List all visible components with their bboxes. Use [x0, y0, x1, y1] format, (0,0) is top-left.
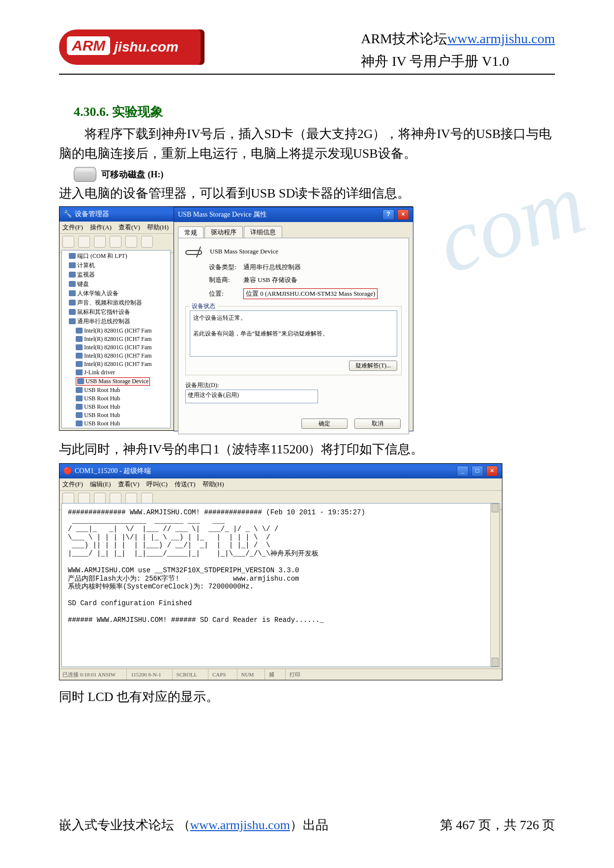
paragraph-1: 将程序下载到神舟IV号后，插入SD卡（最大支持2G），将神舟IV号的USB接口与…: [59, 124, 555, 164]
loc-value: 位置 0 (ARMJISHU.COM-STM32 Mass Storage): [243, 288, 378, 299]
menu-item[interactable]: 传送(T): [175, 480, 196, 488]
tree-node[interactable]: USB Mass Storage Device: [76, 377, 170, 386]
help-button[interactable]: ?: [382, 209, 394, 220]
tab-详细信息[interactable]: 详细信息: [244, 226, 282, 238]
screenshot-device-manager: 🔧 设备管理器 文件(F)操作(A)查看(V)帮助(H) 端口 (COM 和 L…: [59, 206, 413, 431]
status-cell: CAPS: [208, 669, 230, 680]
mfr-label: 制造商:: [209, 276, 243, 284]
tree-node[interactable]: 端口 (COM 和 LPT): [69, 252, 170, 261]
tree-node[interactable]: USB Root Hub: [76, 386, 170, 394]
page-number: 第 467 页，共 726 页: [440, 816, 555, 834]
status-line1: 这个设备运转正常。: [193, 314, 394, 322]
tree-node[interactable]: J-Link driver: [76, 368, 170, 377]
tree-node[interactable]: USB Root Hub: [76, 394, 170, 403]
scrollbar[interactable]: [490, 504, 499, 667]
usage-select[interactable]: 使用这个设备(启用): [185, 390, 318, 403]
term-menubar: 文件(F)编辑(E)查看(V)呼叫(C)传送(T)帮助(H): [59, 478, 502, 491]
removable-disk-label: 可移动磁盘 (H:): [101, 168, 163, 180]
minimize-button[interactable]: _: [457, 466, 468, 476]
menu-item[interactable]: 文件(F): [62, 480, 83, 488]
cancel-button[interactable]: 取消: [354, 419, 401, 429]
tree-node[interactable]: Intel(R) 82801G (ICH7 Fam: [76, 335, 170, 343]
menu-item[interactable]: 帮助(H): [203, 480, 224, 488]
site-logo: ARMjishu.com: [59, 29, 205, 65]
menu-item[interactable]: 查看(V): [118, 224, 140, 231]
header-rule: [59, 74, 555, 75]
paragraph-2: 进入电脑的设备管理器，可以看到USB SD读卡器的详细信息。: [59, 184, 555, 203]
menu-item[interactable]: 查看(V): [118, 480, 140, 488]
props-titlebar: USB Mass Storage Device 属性 ? ×: [174, 207, 413, 222]
type-label: 设备类型:: [209, 263, 243, 272]
tree-node[interactable]: 监视器: [69, 270, 170, 280]
tree-node[interactable]: USB Root Hub: [76, 411, 170, 420]
menu-item[interactable]: 操作(A): [90, 224, 112, 231]
ok-button[interactable]: 确定: [301, 419, 348, 429]
status-cell: 115200 8-N-1: [126, 669, 165, 680]
tab-常规[interactable]: 常规: [178, 226, 204, 238]
toolbar-view-icon[interactable]: [94, 236, 106, 248]
close-button[interactable]: ×: [397, 209, 409, 220]
status-cell: SCROLL: [172, 669, 201, 680]
tree-node[interactable]: 通用串行总线控制器Intel(R) 82801G (ICH7 FamIntel(…: [69, 317, 170, 428]
props-tabs: 常规驱动程序详细信息: [178, 226, 409, 238]
devmgr-title: 设备管理器: [75, 207, 109, 222]
device-tree[interactable]: 端口 (COM 和 LPT)计算机监视器键盘人体学输入设备声音、视频和游戏控制器…: [61, 250, 171, 428]
tree-node[interactable]: 键盘: [69, 280, 170, 289]
toolbar-back-icon[interactable]: [62, 236, 74, 248]
paragraph-3: 与此同时，神舟IV号的串口1（波特率115200）将打印如下信息。: [59, 440, 555, 459]
footer-left-a: 嵌入式专业技术论坛 （: [59, 818, 190, 832]
tree-node[interactable]: Intel(R) 82801G (ICH7 Fam: [76, 360, 170, 368]
doc-subtitle: 神舟 IV 号用户手册 V1.0: [361, 52, 555, 71]
page-header: ARMjishu.com ARM技术论坛www.armjishu.com 神舟 …: [59, 29, 555, 65]
tree-node[interactable]: 计算机: [69, 261, 170, 270]
logo-rest: jishu.com: [114, 39, 178, 55]
status-cell: 打印: [285, 669, 304, 680]
mfr-value: 兼容 USB 存储设备: [243, 276, 297, 283]
screenshot-hyperterminal: 🔴 COM1_115200 - 超级终端 _ □ × 文件(F)编辑(E)查看(…: [59, 463, 502, 680]
page-footer: 嵌入式专业技术论坛 （www.armjishu.com）出品 第 467 页，共…: [59, 816, 555, 834]
troubleshoot-button[interactable]: 疑难解答(T)...: [349, 361, 397, 371]
props-title: USB Mass Storage Device 属性: [178, 207, 267, 222]
tab-驱动程序[interactable]: 驱动程序: [205, 226, 243, 238]
menu-item[interactable]: 帮助(H): [147, 224, 169, 231]
terminal-output: ############## WWW.ARMJISHU.COM! #######…: [62, 504, 490, 667]
tab-general-panel: USB Mass Storage Device 设备类型:通用串行总线控制器 制…: [178, 238, 409, 434]
tree-node[interactable]: 声音、视频和游戏控制器: [69, 298, 170, 308]
devmgr-icon: 🔧: [63, 207, 72, 222]
footer-left-b: ）出品: [290, 818, 328, 832]
term-titlebar: 🔴 COM1_115200 - 超级终端 _ □ ×: [59, 464, 502, 478]
tree-node[interactable]: USB Root Hub: [76, 420, 170, 428]
status-cell: NUM: [237, 669, 258, 680]
usb-icon: [185, 245, 205, 259]
site-link[interactable]: www.armjishu.com: [447, 31, 555, 46]
status-cell: 捕: [264, 669, 278, 680]
tree-node[interactable]: Intel(R) 82801G (ICH7 Fam: [76, 352, 170, 360]
toolbar-refresh-icon[interactable]: [125, 236, 137, 248]
menu-item[interactable]: 呼叫(C): [146, 480, 168, 488]
site-label: ARM技术论坛: [361, 31, 447, 46]
footer-link[interactable]: www.armjishu.com: [190, 818, 290, 832]
tree-node[interactable]: 鼠标和其它指针设备: [69, 308, 170, 317]
maximize-button[interactable]: □: [471, 466, 483, 476]
term-app-icon: 🔴: [63, 464, 72, 478]
toolbar-props-icon[interactable]: [110, 236, 121, 248]
tree-node[interactable]: USB Root Hub: [76, 403, 170, 411]
term-statusbar: 已连接 0:18:01 ANSIW115200 8-N-1SCROLLCAPSN…: [59, 669, 502, 680]
section-heading: 4.30.6. 实验现象: [74, 103, 555, 120]
menu-item[interactable]: 编辑(E): [90, 480, 111, 488]
properties-dialog: USB Mass Storage Device 属性 ? × 常规驱动程序详细信…: [174, 207, 413, 431]
toolbar-scan-icon[interactable]: [141, 236, 153, 248]
usage-label: 设备用法(D):: [185, 381, 402, 390]
term-close-button[interactable]: ×: [486, 466, 498, 476]
status-textbox: 这个设备运转正常。 若此设备有问题，单击“疑难解答”来启动疑难解答。: [190, 310, 397, 357]
logo-arm: ARM: [67, 36, 110, 55]
menu-item[interactable]: 文件(F): [62, 224, 83, 231]
tree-node[interactable]: Intel(R) 82801G (ICH7 Fam: [76, 343, 170, 352]
tree-node[interactable]: 人体学输入设备: [69, 289, 170, 298]
toolbar-fwd-icon[interactable]: [78, 236, 90, 248]
loc-label: 位置:: [209, 289, 243, 298]
status-legend: 设备状态: [190, 302, 217, 310]
type-value: 通用串行总线控制器: [243, 263, 301, 271]
removable-disk-icon: [74, 167, 96, 182]
tree-node[interactable]: Intel(R) 82801G (ICH7 Fam: [76, 327, 170, 335]
